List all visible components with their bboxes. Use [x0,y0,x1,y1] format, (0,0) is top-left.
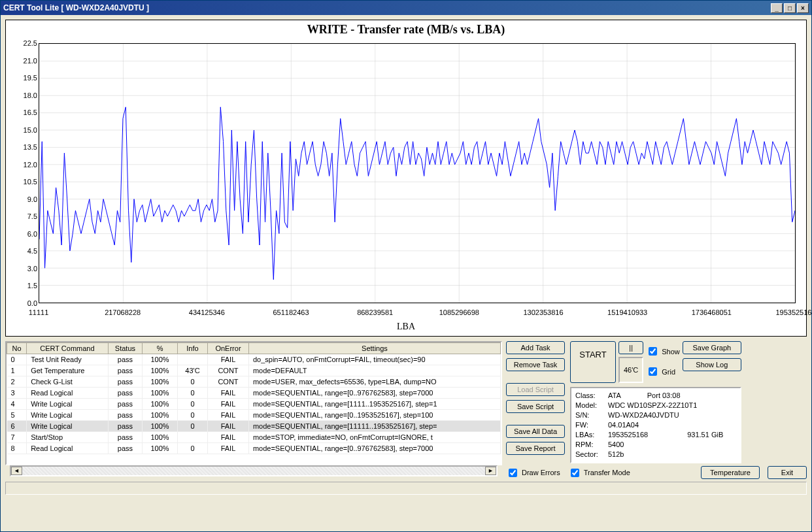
table-row[interactable]: 7Start/Stoppass100%FAILmode=STOP, immedi… [7,432,501,443]
transfer-mode-checkbox[interactable]: Transfer Mode [568,467,630,479]
add-task-button[interactable]: Add Task [506,341,565,354]
y-tick: 4.5 [6,247,37,255]
column-header[interactable]: OnError [208,343,249,354]
show-checkbox[interactable]: Show [646,345,680,357]
x-tick: 1085296698 [439,308,479,316]
status-bar [5,482,807,495]
table-row[interactable]: 0Test Unit Readypass100%FAILdo_spin=AUTO… [7,354,501,365]
y-tick: 15.0 [6,126,37,134]
chart-title: WRITE - Transfer rate (MB/s vs. LBA) [6,20,806,37]
table-row[interactable]: 4Write Logicalpass100%0FAILmode=SEQUENTI… [7,399,501,410]
x-tick: 651182463 [273,308,309,316]
y-tick: 18.0 [6,91,37,99]
x-tick: 1736468051 [692,308,732,316]
table-row[interactable]: 8Read Logicalpass100%0FAILmode=SEQUENTIA… [7,443,501,454]
save-all-data-button[interactable]: Save All Data [506,425,565,438]
y-tick: 0.0 [6,299,37,307]
x-tick: 1519410933 [607,308,647,316]
column-header[interactable]: % [143,343,178,354]
table-row[interactable]: 5Write Logicalpass100%0FAILmode=SEQUENTI… [7,410,501,421]
remove-task-button[interactable]: Remove Task [506,358,565,371]
pause-button[interactable]: || [618,341,643,354]
x-tick: 1953525168 [775,308,812,316]
x-tick: 217068228 [105,308,141,316]
command-table[interactable]: NoCERT CommandStatus%InfoOnErrorSettings… [5,341,502,465]
horizontal-scrollbar[interactable]: ◄► [10,465,498,476]
exit-button[interactable]: Exit [768,466,807,479]
save-script-button[interactable]: Save Script [506,400,565,413]
draw-errors-checkbox[interactable]: Draw Errors [506,467,560,479]
drive-info-panel: Class:ATAPort 03:08 Model:WDC WD10SPZX-2… [570,387,741,463]
y-tick: 16.5 [6,108,37,116]
y-tick: 19.5 [6,74,37,82]
column-header[interactable]: Settings [248,343,500,354]
x-tick: 1302353816 [523,308,563,316]
table-row[interactable]: 3Read Logicalpass100%0FAILmode=SEQUENTIA… [7,388,501,399]
y-tick: 21.0 [6,57,37,65]
table-row[interactable]: 6Write Logicalpass100%0FAILmode=SEQUENTI… [7,421,501,432]
save-report-button[interactable]: Save Report [506,442,565,455]
y-tick: 13.5 [6,143,37,151]
x-tick: 434125346 [189,308,225,316]
close-button[interactable]: × [797,3,809,13]
temperature-display: 46'C [618,357,643,383]
grid-checkbox[interactable]: Grid [646,365,680,378]
table-row[interactable]: 1Get Temperaturepass100%43'CCONTmode=DEF… [7,365,501,376]
temperature-button[interactable]: Temperature [701,466,760,479]
x-axis-label: LBA [397,322,415,332]
column-header[interactable]: Status [108,343,143,354]
start-button[interactable]: START [570,341,616,383]
x-tick: 868239581 [357,308,393,316]
minimize-button[interactable]: _ [771,3,783,13]
y-tick: 3.0 [6,265,37,273]
show-log-button[interactable]: Show Log [683,358,741,371]
y-tick: 7.5 [6,212,37,220]
y-tick: 10.5 [6,178,37,186]
save-graph-button[interactable]: Save Graph [683,341,741,354]
table-row[interactable]: 2Check G-Listpass100%0CONTmode=USER, max… [7,376,501,388]
y-tick: 6.0 [6,230,37,238]
y-tick: 1.5 [6,282,37,290]
y-tick: 22.5 [6,39,37,47]
x-tick: 11111 [29,308,49,316]
chart-panel: WRITE - Transfer rate (MB/s vs. LBA) LBA… [5,20,807,337]
load-script-button[interactable]: Load Script [506,383,565,396]
column-header[interactable]: No [7,343,27,354]
maximize-button[interactable]: □ [784,3,796,13]
plot-area [39,43,796,303]
window-title: CERT Tool Lite [ WD-WXD2A40JVDTU ] [3,3,149,12]
y-tick: 9.0 [6,195,37,203]
titlebar: CERT Tool Lite [ WD-WXD2A40JVDTU ] _ □ × [1,1,811,15]
column-header[interactable]: Info [177,343,207,354]
y-tick: 12.0 [6,161,37,169]
column-header[interactable]: CERT Command [27,343,109,354]
